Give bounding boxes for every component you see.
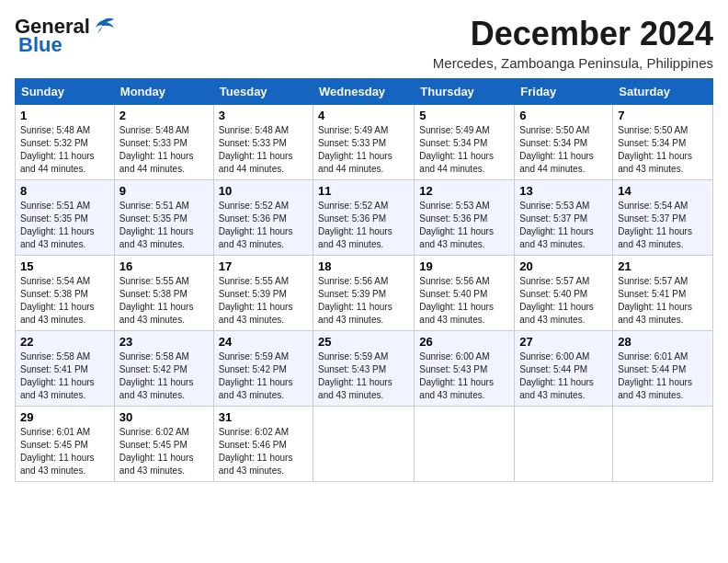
day-info: Sunrise: 5:57 AM Sunset: 5:41 PM Dayligh… — [618, 275, 708, 327]
day-number: 28 — [618, 335, 708, 349]
day-info: Sunrise: 5:48 AM Sunset: 5:33 PM Dayligh… — [119, 124, 209, 176]
day-info: Sunrise: 5:59 AM Sunset: 5:42 PM Dayligh… — [219, 350, 308, 402]
calendar-week-5: 29 Sunrise: 6:01 AM Sunset: 5:45 PM Dayl… — [16, 407, 713, 482]
day-info: Sunrise: 5:55 AM Sunset: 5:39 PM Dayligh… — [219, 275, 308, 327]
day-number: 2 — [119, 109, 209, 122]
page-header: General Blue December 2024 Mercedes, Zam… — [15, 15, 713, 71]
calendar-cell: 27 Sunrise: 6:00 AM Sunset: 5:44 PM Dayl… — [515, 331, 613, 407]
day-info: Sunrise: 5:58 AM Sunset: 5:41 PM Dayligh… — [20, 350, 109, 402]
calendar-cell: 20 Sunrise: 5:57 AM Sunset: 5:40 PM Dayl… — [515, 256, 613, 331]
calendar-cell: 11 Sunrise: 5:52 AM Sunset: 5:36 PM Dayl… — [313, 180, 415, 256]
calendar-cell: 13 Sunrise: 5:53 AM Sunset: 5:37 PM Dayl… — [515, 180, 613, 256]
day-info: Sunrise: 5:53 AM Sunset: 5:36 PM Dayligh… — [419, 200, 509, 251]
calendar-cell: 4 Sunrise: 5:49 AM Sunset: 5:33 PM Dayli… — [313, 105, 415, 180]
day-number: 8 — [20, 184, 109, 198]
day-info: Sunrise: 5:59 AM Sunset: 5:43 PM Dayligh… — [318, 350, 409, 402]
day-number: 27 — [519, 335, 608, 349]
calendar-cell: 9 Sunrise: 5:51 AM Sunset: 5:35 PM Dayli… — [114, 180, 213, 256]
day-info: Sunrise: 5:57 AM Sunset: 5:40 PM Dayligh… — [519, 275, 608, 327]
day-info: Sunrise: 5:55 AM Sunset: 5:38 PM Dayligh… — [119, 275, 209, 327]
day-number: 31 — [219, 410, 308, 424]
calendar-cell: 28 Sunrise: 6:01 AM Sunset: 5:44 PM Dayl… — [613, 331, 713, 407]
col-header-sunday: Sunday — [16, 79, 115, 105]
day-number: 12 — [419, 184, 509, 198]
day-info: Sunrise: 5:52 AM Sunset: 5:36 PM Dayligh… — [318, 200, 409, 251]
col-header-monday: Monday — [114, 79, 213, 105]
col-header-friday: Friday — [515, 79, 613, 105]
day-info: Sunrise: 6:01 AM Sunset: 5:45 PM Dayligh… — [20, 426, 109, 477]
day-info: Sunrise: 6:01 AM Sunset: 5:44 PM Dayligh… — [618, 350, 708, 402]
calendar-cell: 19 Sunrise: 5:56 AM Sunset: 5:40 PM Dayl… — [415, 256, 515, 331]
day-number: 25 — [318, 335, 409, 349]
calendar-cell: 7 Sunrise: 5:50 AM Sunset: 5:34 PM Dayli… — [613, 105, 713, 180]
day-number: 18 — [318, 259, 409, 273]
day-info: Sunrise: 5:49 AM Sunset: 5:34 PM Dayligh… — [419, 124, 509, 176]
day-number: 23 — [119, 335, 209, 349]
calendar-cell: 12 Sunrise: 5:53 AM Sunset: 5:36 PM Dayl… — [415, 180, 515, 256]
day-info: Sunrise: 6:02 AM Sunset: 5:45 PM Dayligh… — [119, 426, 209, 477]
day-info: Sunrise: 6:02 AM Sunset: 5:46 PM Dayligh… — [219, 426, 308, 477]
calendar-cell: 23 Sunrise: 5:58 AM Sunset: 5:42 PM Dayl… — [114, 331, 213, 407]
day-info: Sunrise: 5:56 AM Sunset: 5:39 PM Dayligh… — [318, 275, 409, 327]
day-number: 24 — [219, 335, 308, 349]
logo-bird-icon — [90, 17, 116, 37]
calendar-cell: 2 Sunrise: 5:48 AM Sunset: 5:33 PM Dayli… — [114, 105, 213, 180]
calendar-cell: 16 Sunrise: 5:55 AM Sunset: 5:38 PM Dayl… — [114, 256, 213, 331]
calendar-cell — [313, 407, 415, 482]
calendar-cell: 18 Sunrise: 5:56 AM Sunset: 5:39 PM Dayl… — [313, 256, 415, 331]
day-info: Sunrise: 5:53 AM Sunset: 5:37 PM Dayligh… — [519, 200, 608, 251]
calendar-header-row: SundayMondayTuesdayWednesdayThursdayFrid… — [16, 79, 713, 105]
day-number: 19 — [419, 259, 509, 273]
logo-text-blue: Blue — [18, 33, 63, 57]
calendar-cell — [515, 407, 613, 482]
calendar-cell: 24 Sunrise: 5:59 AM Sunset: 5:42 PM Dayl… — [213, 331, 313, 407]
calendar-cell: 8 Sunrise: 5:51 AM Sunset: 5:35 PM Dayli… — [16, 180, 115, 256]
day-number: 22 — [20, 335, 109, 349]
day-number: 20 — [519, 259, 608, 273]
logo: General Blue — [15, 15, 116, 57]
day-info: Sunrise: 5:58 AM Sunset: 5:42 PM Dayligh… — [119, 350, 209, 402]
calendar-cell: 17 Sunrise: 5:55 AM Sunset: 5:39 PM Dayl… — [213, 256, 313, 331]
day-number: 3 — [219, 109, 308, 122]
day-info: Sunrise: 5:52 AM Sunset: 5:36 PM Dayligh… — [219, 200, 308, 251]
day-number: 4 — [318, 109, 409, 122]
day-info: Sunrise: 5:50 AM Sunset: 5:34 PM Dayligh… — [519, 124, 608, 176]
month-year-title: December 2024 — [433, 15, 713, 53]
day-info: Sunrise: 5:48 AM Sunset: 5:32 PM Dayligh… — [20, 124, 109, 176]
calendar-cell: 22 Sunrise: 5:58 AM Sunset: 5:41 PM Dayl… — [16, 331, 115, 407]
day-number: 9 — [119, 184, 209, 198]
calendar-cell — [415, 407, 515, 482]
calendar-cell: 31 Sunrise: 6:02 AM Sunset: 5:46 PM Dayl… — [213, 407, 313, 482]
day-number: 5 — [419, 109, 509, 122]
calendar-week-1: 1 Sunrise: 5:48 AM Sunset: 5:32 PM Dayli… — [16, 105, 713, 180]
day-info: Sunrise: 5:49 AM Sunset: 5:33 PM Dayligh… — [318, 124, 409, 176]
day-number: 29 — [20, 410, 109, 424]
day-info: Sunrise: 5:51 AM Sunset: 5:35 PM Dayligh… — [119, 200, 209, 251]
day-number: 10 — [219, 184, 308, 198]
col-header-tuesday: Tuesday — [213, 79, 313, 105]
calendar-cell: 5 Sunrise: 5:49 AM Sunset: 5:34 PM Dayli… — [415, 105, 515, 180]
day-number: 30 — [119, 410, 209, 424]
location-subtitle: Mercedes, Zamboanga Peninsula, Philippin… — [433, 55, 713, 71]
day-info: Sunrise: 5:54 AM Sunset: 5:38 PM Dayligh… — [20, 275, 109, 327]
calendar-cell: 1 Sunrise: 5:48 AM Sunset: 5:32 PM Dayli… — [16, 105, 115, 180]
calendar-week-3: 15 Sunrise: 5:54 AM Sunset: 5:38 PM Dayl… — [16, 256, 713, 331]
title-block: December 2024 Mercedes, Zamboanga Penins… — [433, 15, 713, 71]
day-number: 11 — [318, 184, 409, 198]
day-number: 13 — [519, 184, 608, 198]
day-number: 21 — [618, 259, 708, 273]
day-number: 1 — [20, 109, 109, 122]
calendar-cell — [613, 407, 713, 482]
day-info: Sunrise: 5:51 AM Sunset: 5:35 PM Dayligh… — [20, 200, 109, 251]
day-number: 26 — [419, 335, 509, 349]
day-number: 7 — [618, 109, 708, 122]
day-info: Sunrise: 5:48 AM Sunset: 5:33 PM Dayligh… — [219, 124, 308, 176]
calendar-cell: 3 Sunrise: 5:48 AM Sunset: 5:33 PM Dayli… — [213, 105, 313, 180]
calendar-cell: 15 Sunrise: 5:54 AM Sunset: 5:38 PM Dayl… — [16, 256, 115, 331]
col-header-wednesday: Wednesday — [313, 79, 415, 105]
calendar-cell: 26 Sunrise: 6:00 AM Sunset: 5:43 PM Dayl… — [415, 331, 515, 407]
day-info: Sunrise: 5:56 AM Sunset: 5:40 PM Dayligh… — [419, 275, 509, 327]
day-number: 17 — [219, 259, 308, 273]
day-info: Sunrise: 6:00 AM Sunset: 5:44 PM Dayligh… — [519, 350, 608, 402]
day-info: Sunrise: 5:54 AM Sunset: 5:37 PM Dayligh… — [618, 200, 708, 251]
